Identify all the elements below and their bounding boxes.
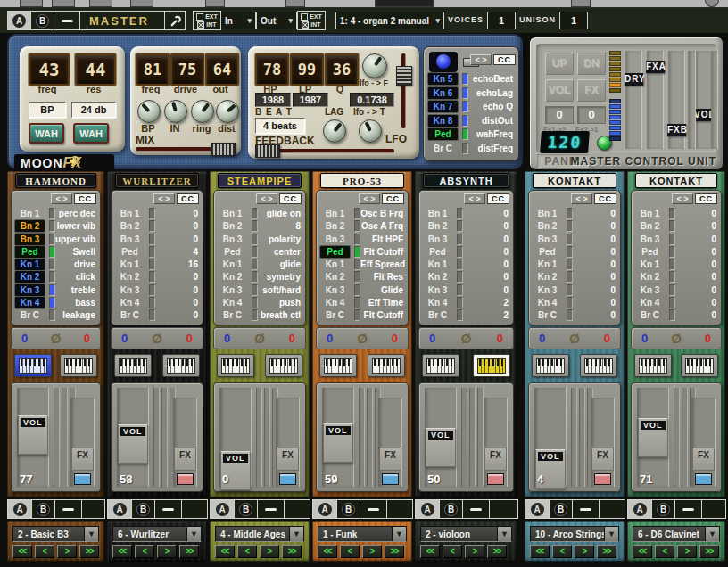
echo-lp-counter[interactable]: 99 bbox=[290, 53, 324, 86]
tab-a[interactable]: A bbox=[210, 499, 235, 519]
cc-source-badge[interactable]: Kn 1 bbox=[115, 259, 145, 270]
cc-source-badge[interactable]: Kn 1 bbox=[423, 259, 452, 270]
cc-mode-button[interactable]: CC bbox=[487, 193, 509, 204]
knob-source-icon-box[interactable] bbox=[429, 52, 458, 72]
cc-arrows-button[interactable]: < > bbox=[470, 54, 492, 65]
cc-target-value[interactable]: 0 bbox=[573, 310, 616, 320]
tab-a[interactable]: A bbox=[107, 499, 132, 519]
tab-mute[interactable] bbox=[360, 499, 387, 519]
cc-target-value[interactable]: distOut bbox=[468, 116, 514, 126]
phase-symbol-icon[interactable]: Ø bbox=[128, 331, 186, 346]
cc-target-value[interactable]: distFreq bbox=[468, 144, 514, 153]
cc-source-badge[interactable]: Bn 3 bbox=[423, 234, 452, 245]
cc-target-value[interactable]: 8 bbox=[258, 221, 302, 231]
cc-target-value[interactable]: Flt HPF bbox=[360, 234, 404, 244]
phase-right-value[interactable]: 0 bbox=[392, 332, 398, 345]
cc-source-badge[interactable]: Bn 2 bbox=[635, 220, 665, 232]
cc-source-badge[interactable]: Kn 1 bbox=[218, 259, 247, 270]
lfo-freq-value-display[interactable]: 0.1738 bbox=[350, 93, 394, 107]
cc-source-badge[interactable]: Bn 2 bbox=[115, 220, 145, 232]
volume-fader-handle[interactable]: VOL bbox=[638, 418, 668, 457]
phase-left-value[interactable]: 0 bbox=[121, 332, 128, 345]
phase-right-value[interactable]: 0 bbox=[84, 332, 90, 345]
cc-target-value[interactable]: 0 bbox=[573, 285, 616, 295]
keyboard-range-right-button[interactable] bbox=[580, 354, 617, 377]
cc-target-value[interactable]: 0 bbox=[155, 221, 199, 231]
dist-out-counter[interactable]: 64 bbox=[205, 53, 239, 86]
preset-last-button[interactable]: >> bbox=[179, 545, 199, 558]
cc-target-value[interactable]: 0 bbox=[463, 247, 509, 257]
phase-symbol-icon[interactable]: Ø bbox=[230, 331, 289, 346]
phase-right-value[interactable]: 0 bbox=[705, 332, 711, 345]
cc-source-badge[interactable]: Kn 6 bbox=[428, 87, 458, 99]
cc-target-value[interactable]: 16 bbox=[155, 259, 199, 269]
cc-target-value[interactable]: 0 bbox=[155, 272, 199, 282]
volume-fader-handle[interactable]: VOL bbox=[118, 424, 148, 464]
cc-mode-button[interactable]: CC bbox=[493, 54, 516, 65]
preset-next-button[interactable]: > bbox=[57, 545, 77, 558]
cc-target-value[interactable]: treble bbox=[55, 285, 96, 295]
preset-first-button[interactable]: << bbox=[12, 545, 32, 558]
cc-target-value[interactable]: 0 bbox=[573, 209, 616, 218]
wah-slope-select[interactable]: 24 db bbox=[71, 102, 116, 118]
cc-target-value[interactable]: 0 bbox=[155, 209, 199, 218]
volume-fader-handle[interactable]: VOL bbox=[18, 415, 48, 455]
tab-mute[interactable] bbox=[54, 499, 82, 519]
cc-source-badge[interactable]: Ped bbox=[15, 246, 45, 258]
lag-knob[interactable] bbox=[323, 119, 346, 143]
fxb-fader-handle[interactable]: FXB bbox=[667, 124, 686, 136]
cc-mode-button[interactable]: CC bbox=[695, 193, 717, 204]
fx-route-button[interactable] bbox=[279, 473, 296, 485]
feedback-slider-handle[interactable] bbox=[255, 144, 280, 158]
phase-right-value[interactable]: 0 bbox=[604, 332, 610, 345]
cc-target-value[interactable]: 0 bbox=[675, 247, 717, 257]
cc-source-badge[interactable]: Kn 3 bbox=[533, 284, 562, 296]
tab-a[interactable]: A bbox=[627, 499, 652, 519]
cc-target-value[interactable]: breath ctl bbox=[258, 310, 302, 320]
cc-source-badge[interactable]: Bn 1 bbox=[423, 208, 452, 219]
preset-last-button[interactable]: >> bbox=[385, 545, 404, 558]
phase-left-value[interactable]: 0 bbox=[641, 332, 648, 345]
preset-next-button[interactable]: > bbox=[260, 545, 279, 558]
phase-left-value[interactable]: 0 bbox=[539, 332, 545, 345]
cc-target-value[interactable]: symetry bbox=[258, 272, 302, 282]
cc-target-value[interactable]: 0 bbox=[155, 310, 199, 320]
cc-target-value[interactable]: 0 bbox=[573, 298, 616, 308]
tab-b[interactable]: B bbox=[336, 499, 360, 519]
cc-source-badge[interactable]: Ped bbox=[428, 128, 458, 140]
dist-drive-counter[interactable]: 75 bbox=[170, 53, 204, 86]
cc-source-badge[interactable]: Bn 3 bbox=[15, 234, 45, 245]
cc-target-value[interactable]: 2 bbox=[463, 298, 509, 308]
preset-next-button[interactable]: > bbox=[465, 545, 484, 558]
cc-target-value[interactable]: 0 bbox=[463, 285, 509, 295]
preset-next-button[interactable]: > bbox=[157, 545, 177, 558]
tab-a[interactable]: A bbox=[312, 499, 337, 519]
vol-button[interactable]: VOL bbox=[545, 79, 574, 102]
wah-freq-counter[interactable]: 43 bbox=[29, 53, 70, 86]
tab-mute[interactable] bbox=[674, 499, 702, 519]
wah-res-counter[interactable]: 44 bbox=[75, 53, 116, 86]
cc-target-value[interactable]: 2 bbox=[463, 310, 509, 320]
preset-select[interactable]: 4 - Middle Ages ▼ bbox=[215, 526, 304, 542]
cc-source-badge[interactable]: Kn 7 bbox=[428, 101, 458, 112]
lfo-to-time-knob[interactable] bbox=[359, 119, 382, 143]
cc-source-badge[interactable]: Br C bbox=[423, 309, 452, 321]
preset-last-button[interactable]: >> bbox=[79, 545, 99, 558]
cc-target-value[interactable]: 0 bbox=[463, 221, 509, 231]
cc-mode-button[interactable]: CC bbox=[382, 193, 404, 204]
keyboard-range-right-button[interactable] bbox=[162, 354, 200, 377]
fx-fader-handle[interactable]: FX bbox=[692, 448, 715, 471]
keyboard-range-left-button[interactable] bbox=[114, 354, 152, 377]
keyboard-range-left-button[interactable] bbox=[217, 354, 254, 377]
cc-target-value[interactable]: Osc A Frq bbox=[360, 221, 404, 231]
cc-source-badge[interactable]: Ped bbox=[423, 246, 452, 258]
wah-left-button[interactable]: WAH bbox=[29, 123, 64, 144]
cc-target-value[interactable]: 0 bbox=[155, 298, 199, 308]
cc-source-badge[interactable]: Ped bbox=[218, 246, 247, 258]
midi-in-select[interactable]: In▾ bbox=[220, 12, 256, 29]
tab-b[interactable]: B bbox=[439, 499, 463, 519]
cc-source-badge[interactable]: Kn 2 bbox=[218, 271, 247, 283]
fx1-to-2-display[interactable]: 0 bbox=[545, 106, 574, 124]
cc-target-value[interactable]: Flt Cutoff bbox=[360, 247, 404, 257]
ring-knob[interactable] bbox=[191, 100, 214, 123]
